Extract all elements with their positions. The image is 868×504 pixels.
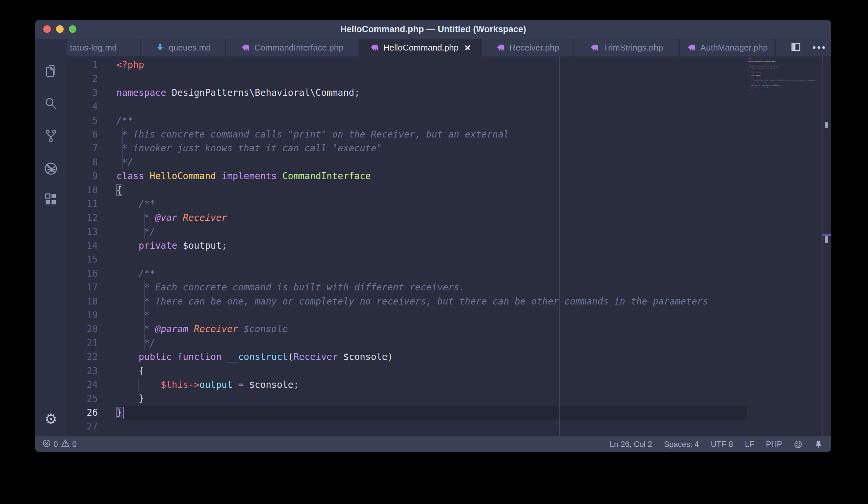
code-token: output [199, 379, 238, 390]
code-token: output [758, 87, 762, 89]
code-line[interactable]: * This concrete command calls "print" on… [116, 128, 831, 142]
code-line[interactable]: $this->output = $console; [116, 378, 831, 392]
tab-label: tatus-log.md [70, 43, 117, 53]
activity-item-source-control-icon[interactable] [43, 128, 59, 144]
bell-icon[interactable] [814, 440, 823, 449]
code-token: @var [155, 212, 183, 223]
code-token: $console [774, 85, 779, 86]
code-line[interactable] [116, 253, 831, 266]
code-line[interactable]: /** [116, 197, 831, 211]
line-number: 9 [66, 169, 98, 183]
line-number: 2 [66, 72, 98, 86]
tab-hellocommand-php[interactable]: HelloCommand.php× [359, 39, 482, 56]
code-editor[interactable]: 1234567891011121314151617181920212223242… [66, 56, 831, 436]
tab-trimstrings-php[interactable]: TrimStrings.php [574, 39, 680, 56]
line-number: 4 [66, 100, 98, 114]
problems-summary[interactable]: 00 [35, 439, 77, 450]
code-token: HelloCommand [149, 171, 221, 182]
code-token: */ [116, 226, 155, 237]
status-item-ln-26-col-2[interactable]: Ln 26, Col 2 [610, 440, 652, 449]
line-number: 16 [66, 267, 98, 280]
tab-close-icon[interactable]: × [465, 43, 471, 52]
code-line[interactable]: * There can be one, many or completely n… [116, 295, 831, 308]
overview-ruler-cursor-marker [823, 234, 831, 236]
line-number-gutter: 1234567891011121314151617181920212223242… [66, 58, 116, 434]
code-token: Receiver [183, 212, 227, 223]
code-token [244, 379, 249, 390]
code-token: * There can be one, many or completely n… [748, 80, 816, 81]
code-line[interactable] [116, 420, 831, 433]
line-number: 17 [66, 280, 98, 294]
code-token: ) [779, 85, 780, 86]
status-item-utf-8[interactable]: UTF-8 [711, 440, 733, 449]
tab-queues-md[interactable]: queues.md [141, 39, 226, 56]
smiley-icon[interactable] [794, 440, 803, 449]
activity-item-extensions-icon[interactable] [43, 192, 59, 207]
code-line[interactable]: class HelloCommand implements CommandInt… [116, 169, 831, 183]
status-item-php[interactable]: PHP [766, 440, 782, 449]
line-number: 24 [66, 378, 98, 392]
code-line[interactable]: } [116, 406, 831, 420]
code-line[interactable]: { [116, 183, 831, 197]
code-token: { [116, 366, 144, 376]
split-editor-icon[interactable] [790, 42, 801, 53]
line-number: 15 [66, 253, 98, 266]
code-token: ) [388, 351, 393, 362]
status-item-lf[interactable]: LF [745, 440, 754, 449]
code-token: function [755, 85, 761, 86]
code-token: Receiver [768, 85, 774, 86]
status-warning-count[interactable]: 0 [61, 439, 76, 450]
code-content[interactable]: <?phpnamespace DesignPatterns\Behavioral… [116, 58, 831, 434]
tab-tatus-log-md[interactable]: tatus-log.md [66, 39, 141, 56]
code-token: @var [753, 72, 756, 73]
status-item-spaces-4[interactable]: Spaces: 4 [664, 440, 699, 449]
activity-bar: ⚙ [35, 39, 66, 436]
code-line[interactable]: */ [116, 155, 831, 169]
line-number: 19 [66, 308, 98, 322]
code-line[interactable]: */ [116, 336, 831, 350]
code-token: CommandInterface [767, 68, 777, 70]
php-elephant-icon [370, 43, 379, 52]
code-line[interactable]: /** [116, 114, 831, 128]
activity-item-search-icon[interactable] [43, 96, 59, 112]
vscode-window: HelloCommand.php — Untitled (Workspace) … [35, 20, 831, 452]
code-line[interactable]: <?php [116, 58, 831, 72]
activity-item-debug-disabled-icon[interactable] [43, 161, 59, 176]
line-number: 8 [66, 155, 98, 169]
tab-authmanager-php[interactable]: AuthManager.php [680, 39, 776, 56]
more-actions-icon[interactable]: ••• [812, 39, 827, 56]
code-line[interactable]: } [116, 392, 831, 405]
code-line[interactable]: public function __construct(Receiver $co… [116, 350, 831, 364]
code-line[interactable]: * @param Receiver $console [116, 322, 831, 336]
code-token: * This concrete command calls "print" on… [116, 129, 509, 140]
overview-ruler-marker [825, 236, 828, 243]
line-number: 25 [66, 392, 98, 405]
code-line[interactable]: */ [116, 225, 831, 239]
php-elephant-icon [241, 43, 250, 52]
code-token: ( [288, 351, 293, 362]
code-line[interactable]: /** [116, 267, 831, 280]
code-token [116, 379, 161, 390]
code-line[interactable]: namespace DesignPatterns\Behavioral\Comm… [116, 86, 831, 100]
code-token: ; [293, 379, 299, 390]
tab-receiver-php[interactable]: Receiver.php [482, 39, 574, 56]
code-token: <?php [748, 59, 752, 59]
code-line[interactable]: * @var Receiver [116, 211, 831, 225]
code-line[interactable] [116, 100, 831, 114]
code-line[interactable]: private $output; [116, 239, 831, 253]
code-line[interactable]: { [116, 364, 831, 378]
minimap[interactable]: <?phpnamespace DesignPatterns\Behavioral… [748, 59, 822, 101]
window-body: ⚙ tatus-log.mdqueues.mdCommandInterface.… [35, 39, 831, 436]
status-right-items: Ln 26, Col 2Spaces: 4UTF-8LFPHP [610, 440, 831, 449]
code-line[interactable] [116, 72, 831, 86]
code-token: implements [760, 68, 767, 70]
code-line[interactable]: * invoker just knows that it can call "e… [116, 142, 831, 155]
code-line[interactable]: * [116, 308, 831, 322]
status-error-count[interactable]: 0 [42, 439, 58, 450]
activity-item-files-icon[interactable] [43, 63, 59, 79]
code-token: Receiver [757, 82, 763, 84]
tab-commandinterface-php[interactable]: CommandInterface.php [226, 39, 359, 56]
php-elephant-icon [496, 43, 506, 52]
settings-gear-icon[interactable]: ⚙ [43, 411, 59, 427]
code-line[interactable]: * Each concrete command is built with di… [116, 280, 831, 294]
